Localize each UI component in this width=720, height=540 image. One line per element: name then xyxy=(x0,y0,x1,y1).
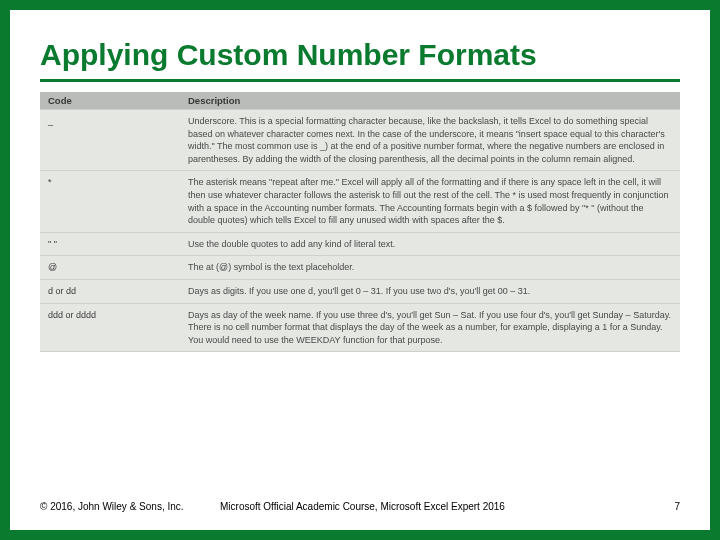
footer: © 2016, John Wiley & Sons, Inc. Microsof… xyxy=(40,489,680,512)
table-row: d or dd Days as digits. If you use one d… xyxy=(40,279,680,303)
desc-cell: Underscore. This is a special formatting… xyxy=(180,110,680,171)
course-name: Microsoft Official Academic Course, Micr… xyxy=(220,501,640,512)
code-cell: " " xyxy=(40,232,180,256)
code-cell: ddd or dddd xyxy=(40,303,180,352)
desc-cell: The asterisk means "repeat after me." Ex… xyxy=(180,171,680,232)
code-cell: @ xyxy=(40,256,180,280)
desc-cell: The at (@) symbol is the text placeholde… xyxy=(180,256,680,280)
desc-cell: Use the double quotes to add any kind of… xyxy=(180,232,680,256)
table-row: _ Underscore. This is a special formatti… xyxy=(40,110,680,171)
format-codes-table-wrap: Code Description _ Underscore. This is a… xyxy=(40,92,680,489)
table-row: @ The at (@) symbol is the text placehol… xyxy=(40,256,680,280)
code-cell: _ xyxy=(40,110,180,171)
header-description: Description xyxy=(180,92,680,110)
header-code: Code xyxy=(40,92,180,110)
code-cell: * xyxy=(40,171,180,232)
format-codes-table: Code Description _ Underscore. This is a… xyxy=(40,92,680,352)
page-title: Applying Custom Number Formats xyxy=(40,38,680,82)
page-number: 7 xyxy=(640,501,680,512)
table-row: ddd or dddd Days as day of the week name… xyxy=(40,303,680,352)
copyright: © 2016, John Wiley & Sons, Inc. xyxy=(40,501,220,512)
table-row: * The asterisk means "repeat after me." … xyxy=(40,171,680,232)
desc-cell: Days as digits. If you use one d, you'll… xyxy=(180,279,680,303)
desc-cell: Days as day of the week name. If you use… xyxy=(180,303,680,352)
code-cell: d or dd xyxy=(40,279,180,303)
slide: Applying Custom Number Formats Code Desc… xyxy=(10,10,710,530)
table-row: " " Use the double quotes to add any kin… xyxy=(40,232,680,256)
